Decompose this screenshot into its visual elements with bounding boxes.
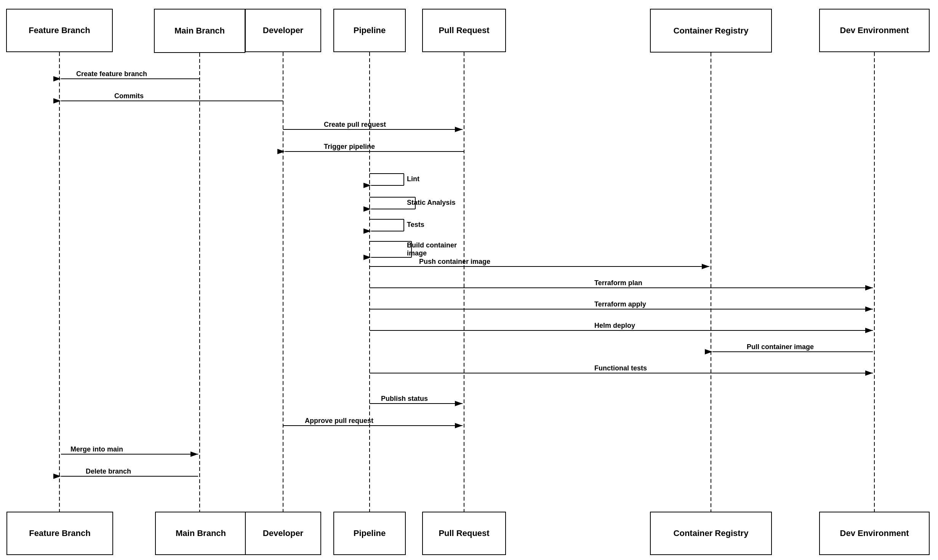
svg-text:Publish status: Publish status: [381, 395, 428, 402]
svg-text:Merge into main: Merge into main: [70, 445, 123, 453]
svg-text:Helm deploy: Helm deploy: [594, 322, 635, 329]
actor-pipeline-bottom: Pipeline: [333, 512, 406, 555]
actor-pipeline-top: Pipeline: [333, 9, 406, 52]
svg-text:image: image: [407, 249, 427, 257]
actor-pullrequest-bottom: Pull Request: [422, 512, 506, 555]
actor-main-branch-bottom: Main Branch: [155, 512, 247, 555]
actor-devenv-top: Dev Environment: [819, 9, 930, 52]
svg-text:Pull container image: Pull container image: [747, 343, 814, 351]
svg-text:Static Analysis: Static Analysis: [407, 199, 455, 206]
svg-text:Lint: Lint: [407, 175, 419, 183]
svg-text:Trigger pipeline: Trigger pipeline: [324, 143, 375, 150]
actor-devenv-bottom: Dev Environment: [819, 512, 930, 555]
actor-main-branch-top: Main Branch: [154, 9, 245, 53]
actor-feature-branch-top: Feature Branch: [6, 9, 113, 52]
actor-registry-top: Container Registry: [650, 9, 772, 53]
svg-text:Push container image: Push container image: [419, 258, 490, 265]
svg-text:Create pull request: Create pull request: [324, 121, 386, 128]
actor-registry-bottom: Container Registry: [650, 512, 772, 555]
sequence-diagram: Create feature branch Commits Create pul…: [0, 0, 938, 560]
svg-text:Commits: Commits: [114, 92, 144, 100]
svg-text:Delete branch: Delete branch: [86, 467, 131, 475]
svg-text:Tests: Tests: [407, 221, 424, 228]
svg-text:Terraform plan: Terraform plan: [594, 279, 642, 287]
actor-developer-bottom: Developer: [245, 512, 321, 555]
svg-text:Functional tests: Functional tests: [594, 364, 647, 372]
svg-text:Approve pull request: Approve pull request: [305, 417, 373, 424]
actor-pullrequest-top: Pull Request: [422, 9, 506, 52]
svg-text:Build container: Build container: [407, 241, 457, 249]
svg-text:Terraform apply: Terraform apply: [594, 300, 646, 308]
svg-text:Create feature branch: Create feature branch: [76, 70, 147, 78]
actor-developer-top: Developer: [245, 9, 321, 52]
actor-feature-branch-bottom: Feature Branch: [6, 512, 113, 555]
